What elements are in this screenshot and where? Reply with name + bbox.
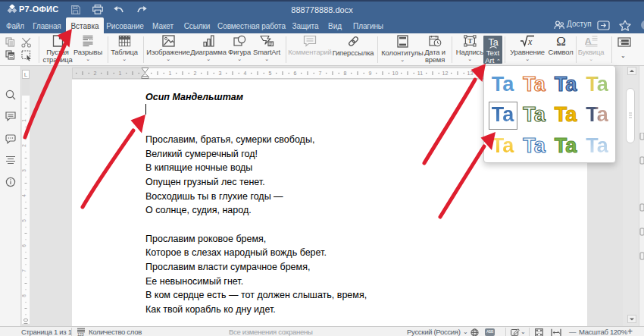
svg-text:T: T (467, 37, 472, 45)
svg-text:Ω: Ω (556, 35, 565, 47)
svg-text:2: 2 (22, 144, 27, 147)
svg-text:3: 3 (219, 71, 222, 76)
svg-text:11: 11 (417, 71, 423, 76)
svg-text:Ta: Ta (488, 37, 498, 48)
svg-text:123: 123 (77, 332, 84, 336)
svg-text:5: 5 (269, 71, 272, 76)
svg-text:1: 1 (119, 71, 122, 76)
svg-text:2: 2 (194, 71, 197, 76)
svg-text:4: 4 (244, 71, 247, 76)
svg-text:13: 13 (467, 71, 474, 76)
svg-text:6: 6 (294, 71, 297, 76)
svg-text:8: 8 (22, 294, 27, 297)
svg-text:1: 1 (169, 71, 172, 76)
svg-text:6: 6 (22, 244, 27, 247)
svg-text:5: 5 (22, 219, 27, 222)
svg-text:7: 7 (22, 269, 27, 272)
svg-text:7: 7 (319, 71, 322, 76)
svg-text:12: 12 (442, 71, 449, 76)
svg-text:4: 4 (22, 194, 27, 197)
svg-text:9: 9 (369, 71, 372, 76)
svg-text:10: 10 (392, 71, 399, 76)
svg-text:1: 1 (22, 119, 27, 122)
svg-text:x: x (527, 36, 533, 47)
svg-text:8: 8 (344, 71, 347, 76)
svg-text:2: 2 (94, 71, 97, 76)
svg-text:3: 3 (22, 169, 27, 172)
